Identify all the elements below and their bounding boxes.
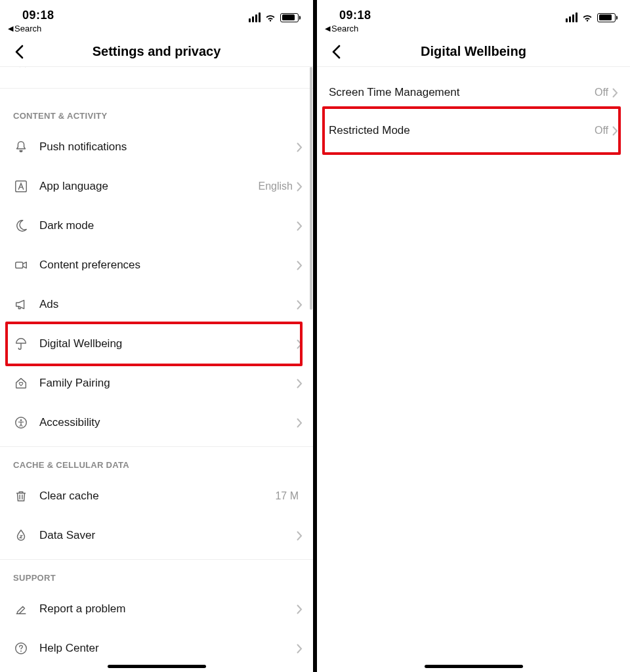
- question-circle-icon: [13, 640, 29, 656]
- bell-icon: [13, 139, 29, 155]
- row-label: Data Saver: [39, 529, 297, 542]
- cellular-icon: [566, 12, 578, 22]
- row-content-preferences[interactable]: Content preferences: [0, 245, 313, 285]
- breadcrumb-label: Search: [14, 24, 41, 33]
- section-content-activity: CONTENT & ACTIVITY: [0, 89, 313, 127]
- chevron-right-icon: [297, 604, 303, 614]
- row-accessibility[interactable]: Accessibility: [0, 403, 313, 442]
- row-label: Clear cache: [39, 490, 275, 503]
- row-share-profile[interactable]: Share profile: [0, 67, 313, 84]
- moon-icon: [13, 218, 29, 234]
- row-family-pairing[interactable]: Family Pairing: [0, 364, 313, 403]
- row-label: Share profile: [39, 67, 297, 68]
- wellbeing-content: Screen Time Management Off Restricted Mo…: [317, 67, 630, 672]
- svg-point-3: [20, 419, 22, 421]
- row-label: Screen Time Management: [329, 86, 595, 99]
- row-value: 17 M: [275, 490, 299, 502]
- chevron-right-icon: [297, 531, 303, 541]
- row-value: English: [259, 180, 293, 192]
- chevron-right-icon: [297, 221, 303, 231]
- droplet-icon: [13, 528, 29, 543]
- megaphone-icon: [13, 297, 29, 312]
- row-report-problem[interactable]: Report a problem: [0, 589, 313, 629]
- row-value: Off: [595, 125, 608, 136]
- wellbeing-screen: 09:18 ◀Search Digital Wellbeing Screen T…: [315, 0, 630, 672]
- row-digital-wellbeing[interactable]: Digital Wellbeing: [0, 324, 313, 364]
- page-title: Settings and privacy: [93, 44, 221, 59]
- nav-header: Digital Wellbeing: [317, 37, 630, 67]
- row-label: Push notifications: [39, 140, 297, 154]
- row-dark-mode[interactable]: Dark mode: [0, 206, 313, 245]
- home-heart-icon: [13, 375, 29, 391]
- share-icon: [13, 67, 29, 71]
- trash-icon: [13, 488, 29, 504]
- back-button[interactable]: [326, 42, 346, 62]
- status-icons: [566, 12, 616, 22]
- row-label: Accessibility: [39, 416, 297, 429]
- chevron-right-icon: [297, 142, 303, 152]
- row-label: Content preferences: [39, 259, 297, 272]
- page-title: Digital Wellbeing: [421, 44, 526, 59]
- language-icon: [13, 178, 29, 194]
- row-app-language[interactable]: App language English: [0, 167, 313, 206]
- row-ads[interactable]: Ads: [0, 285, 313, 324]
- nav-header: Settings and privacy: [0, 37, 313, 67]
- chevron-right-icon: [297, 300, 303, 310]
- row-label: Dark mode: [39, 219, 297, 232]
- home-indicator[interactable]: [108, 665, 206, 668]
- umbrella-icon: [13, 336, 29, 352]
- settings-content: Share profile CONTENT & ACTIVITY Push no…: [0, 67, 313, 672]
- chevron-right-icon: [297, 379, 303, 388]
- svg-point-5: [20, 650, 22, 652]
- row-restricted-mode[interactable]: Restricted Mode Off: [317, 112, 630, 150]
- status-bar: 09:18: [0, 0, 313, 22]
- section-cache-cellular: CACHE & CELLULAR DATA: [0, 447, 313, 476]
- breadcrumb-back-search[interactable]: ◀Search: [325, 24, 358, 33]
- row-value: Off: [595, 87, 608, 98]
- chevron-right-icon: [297, 182, 303, 192]
- chevron-right-icon: [297, 418, 303, 428]
- back-button[interactable]: [9, 42, 29, 62]
- battery-icon: [280, 13, 299, 22]
- chevron-right-icon: [297, 644, 303, 654]
- breadcrumb-back-search[interactable]: ◀Search: [8, 24, 41, 33]
- chevron-right-icon: [297, 339, 303, 349]
- row-label: Help Center: [39, 642, 297, 655]
- battery-icon: [597, 13, 616, 22]
- chevron-right-icon: [612, 126, 618, 136]
- video-icon: [13, 257, 29, 273]
- chevron-right-icon: [612, 88, 618, 98]
- accessibility-icon: [13, 415, 29, 430]
- row-help-center[interactable]: Help Center: [0, 629, 313, 668]
- home-indicator[interactable]: [425, 665, 523, 668]
- chevron-left-icon: [331, 45, 341, 59]
- pen-icon: [13, 601, 29, 617]
- cellular-icon: [249, 12, 261, 22]
- row-label: App language: [39, 180, 259, 193]
- row-label: Family Pairing: [39, 377, 297, 390]
- status-icons: [249, 12, 299, 22]
- svg-rect-1: [16, 262, 23, 268]
- row-label: Ads: [39, 298, 297, 311]
- breadcrumb-label: Search: [331, 24, 358, 33]
- wifi-icon: [581, 13, 593, 22]
- status-bar: 09:18: [317, 0, 630, 22]
- row-clear-cache[interactable]: Clear cache 17 M: [0, 476, 313, 516]
- chevron-left-icon: [14, 45, 24, 59]
- chevron-right-icon: [297, 261, 303, 270]
- row-label: Report a problem: [39, 602, 297, 616]
- wifi-icon: [264, 13, 276, 22]
- row-data-saver[interactable]: Data Saver: [0, 516, 313, 555]
- status-time: 09:18: [339, 9, 371, 22]
- row-label: Restricted Mode: [329, 124, 595, 137]
- status-time: 09:18: [22, 9, 54, 22]
- section-support: SUPPORT: [0, 560, 313, 589]
- row-label: Digital Wellbeing: [39, 337, 297, 350]
- row-screen-time[interactable]: Screen Time Management Off: [317, 74, 630, 112]
- settings-screen: 09:18 ◀Search Settings and privacy Share…: [0, 0, 315, 672]
- row-push-notifications[interactable]: Push notifications: [0, 127, 313, 167]
